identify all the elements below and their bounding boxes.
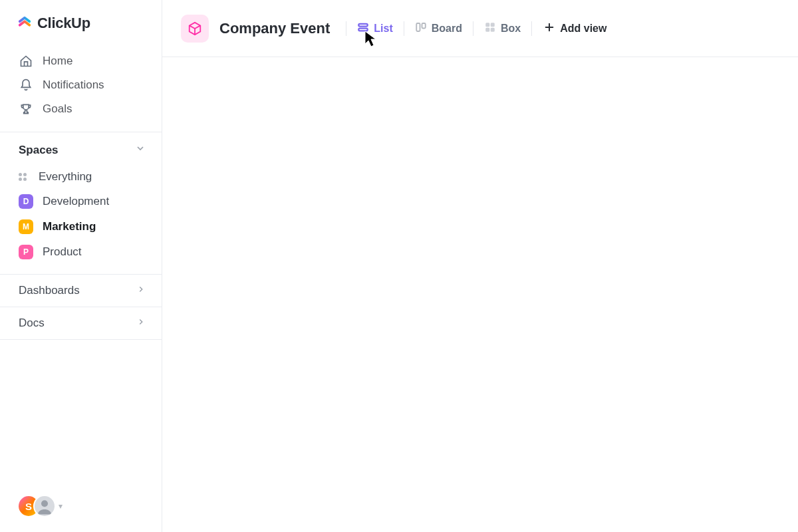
sidebar-item-product[interactable]: P Product xyxy=(0,239,162,265)
svg-rect-5 xyxy=(485,23,489,27)
nav-home[interactable]: Home xyxy=(0,49,162,73)
section-dashboards[interactable]: Dashboards xyxy=(0,274,162,307)
chevron-right-icon xyxy=(136,284,146,297)
chevron-down-icon xyxy=(135,143,146,157)
space-badge-icon: P xyxy=(19,245,33,259)
caret-down-icon: ▾ xyxy=(59,501,63,511)
bell-icon xyxy=(19,78,33,92)
plus-icon xyxy=(544,22,555,35)
clickup-logo-icon xyxy=(17,15,32,32)
view-tab-board[interactable]: Board xyxy=(404,17,473,40)
spaces-header-label: Spaces xyxy=(19,144,59,157)
nav-label: Notifications xyxy=(43,78,104,92)
home-icon xyxy=(19,55,33,68)
divider xyxy=(531,21,532,36)
space-token-icon[interactable] xyxy=(181,15,209,43)
list-icon xyxy=(357,21,369,36)
view-tab-label: Board xyxy=(432,23,462,35)
section-docs[interactable]: Docs xyxy=(0,307,162,340)
board-icon xyxy=(415,21,427,36)
avatar xyxy=(33,495,56,517)
chevron-right-icon xyxy=(136,317,146,330)
svg-rect-2 xyxy=(359,28,368,31)
view-tab-label: Box xyxy=(501,23,521,35)
space-badge-icon: M xyxy=(19,219,33,234)
svg-rect-8 xyxy=(491,27,495,31)
svg-rect-7 xyxy=(485,27,489,31)
view-tab-label: List xyxy=(374,23,392,35)
page-title: Company Event xyxy=(219,20,330,37)
nav-goals[interactable]: Goals xyxy=(0,97,162,121)
nav-label: Goals xyxy=(43,102,72,116)
sidebar-item-marketing[interactable]: M Marketing xyxy=(0,214,162,239)
add-view-button[interactable]: Add view xyxy=(536,18,614,39)
nav-notifications[interactable]: Notifications xyxy=(0,73,162,97)
view-tab-list[interactable]: List xyxy=(346,17,403,40)
sidebar-item-label: Development xyxy=(43,195,109,208)
primary-nav: Home Notifications Goals xyxy=(0,47,162,132)
trophy-icon xyxy=(19,102,33,116)
space-badge-icon: D xyxy=(19,194,33,209)
sidebar: ClickUp Home Notifications Goals xyxy=(0,0,162,532)
content-area xyxy=(162,57,798,532)
section-label: Docs xyxy=(19,317,45,330)
sidebar-item-label: Product xyxy=(43,245,82,259)
sidebar-item-label: Marketing xyxy=(43,220,96,233)
main: Company Event List Board xyxy=(162,0,798,532)
brand-name: ClickUp xyxy=(37,15,90,32)
svg-rect-1 xyxy=(359,23,368,26)
nav-label: Home xyxy=(43,55,72,68)
add-view-label: Add view xyxy=(560,23,606,35)
view-tab-box[interactable]: Box xyxy=(473,17,531,40)
sidebar-item-everything[interactable]: Everything xyxy=(0,165,162,189)
sidebar-item-development[interactable]: D Development xyxy=(0,189,162,214)
svg-rect-4 xyxy=(422,23,425,29)
brand-logo[interactable]: ClickUp xyxy=(0,0,162,47)
section-label: Dashboards xyxy=(19,284,80,297)
box-icon xyxy=(484,21,496,36)
svg-rect-6 xyxy=(491,23,495,27)
svg-point-0 xyxy=(41,500,48,507)
grid-dots-icon xyxy=(19,172,29,182)
spaces-header[interactable]: Spaces xyxy=(0,132,162,165)
topbar: Company Event List Board xyxy=(162,0,798,57)
view-tabs: List Board Box xyxy=(346,17,614,40)
sidebar-item-label: Everything xyxy=(39,170,92,184)
user-avatar-stack[interactable]: S ▾ xyxy=(17,495,63,517)
svg-rect-3 xyxy=(416,23,420,31)
